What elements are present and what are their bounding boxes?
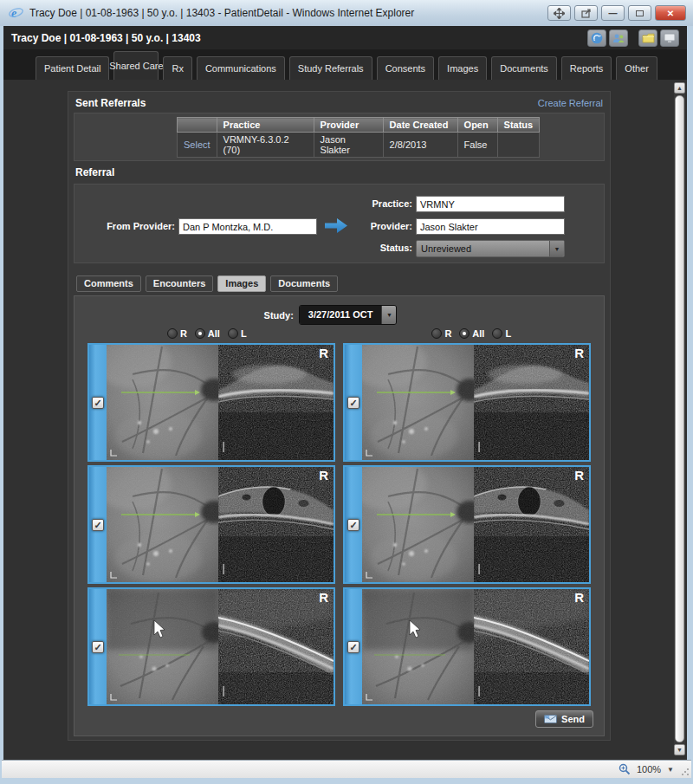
envelope-icon — [544, 715, 557, 723]
content-panel: Sent Referrals Create Referral Practice … — [68, 91, 611, 741]
tab-communications[interactable]: Communications — [197, 56, 285, 80]
oct-scan-image: R — [474, 345, 589, 460]
provider-label: Provider: — [317, 221, 412, 231]
cell-date-created: 2/8/2013 — [383, 133, 457, 158]
zoom-dropdown-caret-icon[interactable]: ▼ — [667, 766, 674, 774]
practice-field[interactable] — [416, 196, 565, 212]
sent-referrals-title: Sent Referrals — [75, 97, 146, 109]
radio-all[interactable]: All — [459, 328, 484, 339]
image-checkbox[interactable]: ✓ — [92, 397, 104, 409]
status-dropdown[interactable]: Unreviewed ▼ — [416, 240, 565, 257]
cell-status — [497, 133, 540, 158]
cell-practice: VRMNY-6.3.0.2 (70) — [217, 133, 314, 158]
subtab-images[interactable]: Images — [217, 275, 266, 292]
zoom-icon — [619, 763, 631, 775]
main-area: Sent Referrals Create Referral Practice … — [3, 80, 687, 760]
fundus-image — [107, 345, 218, 460]
monitor-icon[interactable] — [660, 29, 679, 47]
contacts-icon[interactable] — [609, 29, 628, 47]
browser-window: e Tracy Doe | 01-08-1963 | 50 y.o. | 134… — [0, 0, 693, 784]
image-tile[interactable]: ✓ R — [87, 465, 335, 584]
table-header-row: Practice Provider Date Created Open Stat… — [178, 118, 540, 133]
tab-shared-care[interactable]: Shared Care — [113, 51, 159, 80]
patient-info-text: Tracy Doe | 01-08-1963 | 50 y.o. | 13403 — [11, 32, 201, 44]
radio-all[interactable]: All — [195, 328, 220, 339]
eye-label: R — [574, 346, 584, 360]
image-checkbox[interactable]: ✓ — [347, 641, 359, 653]
tab-study-referrals[interactable]: Study Referrals — [289, 56, 372, 80]
tab-reports[interactable]: Reports — [561, 56, 612, 80]
oct-scan-image: R — [218, 345, 334, 460]
col-date-created: Date Created — [383, 118, 457, 133]
chevron-down-icon: ▼ — [381, 306, 396, 324]
provider-field[interactable] — [416, 218, 565, 235]
eye-label: R — [319, 468, 328, 483]
image-checkbox[interactable]: ✓ — [347, 519, 359, 531]
oct-scan-image: R — [218, 467, 334, 582]
tab-other[interactable]: Other — [616, 56, 657, 80]
from-provider-label: From Provider: — [80, 221, 175, 231]
image-tile[interactable]: ✓ R — [87, 343, 335, 462]
maximize-icon[interactable] — [628, 5, 651, 21]
resize-grip[interactable] — [681, 768, 690, 776]
table-row: Select VRMNY-6.3.0.2 (70) Jason Slakter … — [178, 133, 540, 158]
send-button[interactable]: Send — [535, 710, 593, 728]
scroll-up-icon[interactable]: ▲ — [674, 82, 685, 94]
fundus-image — [107, 589, 218, 704]
referral-box: From Provider: Practice: Provider: Statu… — [74, 184, 605, 263]
col-status: Status — [497, 118, 540, 133]
sync-icon[interactable] — [587, 29, 606, 47]
tab-documents[interactable]: Documents — [491, 56, 557, 80]
image-grid: ✓ R ✓ R — [74, 343, 604, 706]
select-link[interactable]: Select — [178, 133, 217, 158]
popout-icon[interactable] — [574, 5, 598, 21]
radio-r[interactable]: R — [431, 328, 451, 339]
status-label: Status: — [317, 243, 412, 253]
create-referral-link[interactable]: Create Referral — [538, 98, 603, 108]
eye-label: R — [319, 590, 328, 605]
tab-rx[interactable]: Rx — [163, 56, 191, 80]
from-provider-field[interactable] — [178, 218, 317, 235]
fundus-image — [362, 345, 474, 460]
sent-referrals-table: Practice Provider Date Created Open Stat… — [177, 117, 540, 158]
move-icon[interactable] — [547, 5, 571, 21]
page-scrollbar[interactable]: ▲ ▼ — [674, 82, 685, 755]
study-label: Study: — [264, 310, 294, 321]
eye-label: R — [319, 346, 328, 360]
image-checkbox[interactable]: ✓ — [347, 397, 359, 409]
study-value: 3/27/2011 OCT — [300, 306, 382, 324]
cell-open: False — [457, 133, 497, 158]
scrollbar-thumb[interactable] — [675, 95, 684, 742]
radio-l[interactable]: L — [228, 328, 247, 339]
image-tile[interactable]: ✓ R — [343, 343, 591, 462]
tab-consents[interactable]: Consents — [377, 56, 434, 80]
tab-images[interactable]: Images — [438, 56, 487, 80]
image-checkbox[interactable]: ✓ — [92, 641, 104, 653]
window-title: Tracy Doe | 01-08-1963 | 50 y.o. | 13403… — [29, 7, 547, 19]
radio-r[interactable]: R — [167, 328, 187, 339]
tab-patient-detail[interactable]: Patient Detail — [36, 56, 109, 80]
zoom-level: 100% — [637, 764, 661, 774]
col-provider: Provider — [314, 118, 383, 133]
eye-filter-left-column: R All L — [74, 328, 340, 339]
oct-scan-image: R — [218, 589, 334, 704]
image-checkbox[interactable]: ✓ — [92, 519, 104, 531]
eye-filter-right-column: R All L — [340, 328, 605, 339]
cell-provider: Jason Slakter — [314, 133, 383, 158]
radio-l[interactable]: L — [492, 328, 511, 339]
subtab-comments[interactable]: Comments — [76, 275, 141, 292]
scroll-down-icon[interactable]: ▼ — [674, 744, 685, 755]
image-tile[interactable]: ✓ R — [343, 465, 591, 584]
study-dropdown[interactable]: 3/27/2011 OCT ▼ — [299, 305, 398, 325]
subtab-encounters[interactable]: Encounters — [146, 275, 214, 292]
oct-scan-image: R — [474, 467, 589, 582]
folder-icon[interactable] — [638, 29, 657, 47]
col-practice: Practice — [217, 118, 314, 133]
referral-title: Referral — [75, 166, 114, 178]
status-bar: 100% ▼ — [2, 760, 691, 778]
image-tile[interactable]: ✓ R — [87, 587, 335, 706]
close-icon[interactable]: ✕ — [655, 5, 686, 21]
subtab-documents[interactable]: Documents — [270, 275, 338, 292]
image-tile[interactable]: ✓ R — [343, 587, 591, 706]
minimize-icon[interactable]: — — [601, 5, 625, 21]
